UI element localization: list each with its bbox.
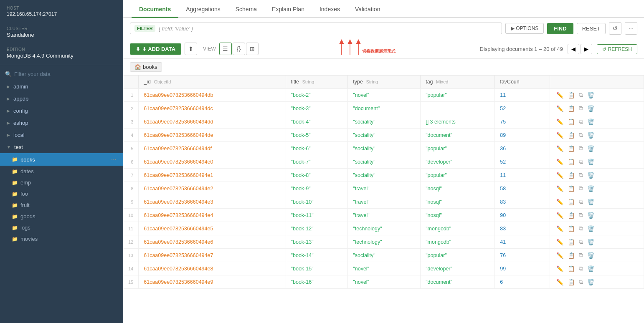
delete-button[interactable]: 🗑️ (586, 172, 596, 179)
row-id[interactable]: 61caa09ee0782536660494df (139, 142, 286, 155)
tab-explain-plan[interactable]: Explain Plan (264, 2, 312, 18)
edit-button[interactable]: ✏️ (555, 252, 565, 259)
more-options-button[interactable]: ··· (625, 22, 637, 35)
copy-button[interactable]: 📋 (566, 131, 576, 139)
find-button[interactable]: FIND (547, 23, 573, 34)
delete-button[interactable]: 🗑️ (586, 158, 596, 166)
edit-button[interactable]: ✏️ (555, 91, 565, 99)
copy-button[interactable]: 📋 (566, 105, 576, 112)
edit-button[interactable]: ✏️ (555, 105, 565, 112)
clone-button[interactable]: ⧉ (578, 158, 584, 166)
edit-button[interactable]: ✏️ (555, 145, 565, 152)
search-input[interactable] (14, 71, 118, 77)
edit-button[interactable]: ✏️ (555, 212, 565, 219)
edit-button[interactable]: ✏️ (555, 225, 565, 232)
delete-button[interactable]: 🗑️ (586, 118, 596, 126)
sidebar-db-appdb[interactable]: ▶ appdb (0, 93, 123, 105)
tab-aggregations[interactable]: Aggregations (178, 2, 228, 18)
row-id[interactable]: 61caa09ee0782536660494e9 (139, 275, 286, 289)
edit-button[interactable]: ✏️ (555, 118, 565, 126)
row-id[interactable]: 61caa09ee0782536660494e5 (139, 222, 286, 235)
row-id[interactable]: 61caa09ee0782536660494e7 (139, 249, 286, 262)
clone-button[interactable]: ⧉ (578, 104, 584, 112)
copy-button[interactable]: 📋 (566, 185, 576, 192)
refresh-button[interactable]: ↺ REFRESH (597, 44, 637, 54)
row-id[interactable]: 61caa09ee0782536660494e2 (139, 182, 286, 195)
edit-button[interactable]: ✏️ (555, 158, 565, 166)
clone-button[interactable]: ⧉ (578, 91, 584, 99)
undo-button[interactable]: ↺ (609, 22, 621, 35)
search-bar[interactable]: 🔍 (0, 68, 123, 81)
clone-button[interactable]: ⧉ (578, 118, 584, 126)
clone-button[interactable]: ⧉ (578, 238, 584, 246)
clone-button[interactable]: ⧉ (578, 144, 584, 152)
sidebar-collection-fruit[interactable]: 📁 fruit (0, 199, 123, 211)
options-button[interactable]: ▶ OPTIONS (505, 23, 544, 34)
edit-button[interactable]: ✏️ (555, 198, 565, 206)
list-view-button[interactable]: ☰ (219, 43, 232, 55)
filter-badge[interactable]: FILTER (134, 25, 155, 32)
edit-button[interactable]: ✏️ (555, 131, 565, 139)
edit-button[interactable]: ✏️ (555, 265, 565, 273)
next-page-button[interactable]: ▶ (581, 44, 592, 54)
sidebar-collection-books[interactable]: 📁 books··· (0, 153, 123, 166)
delete-button[interactable]: 🗑️ (586, 265, 596, 273)
row-id[interactable]: 61caa09ee0782536660494dc (139, 102, 286, 115)
copy-button[interactable]: 📋 (566, 158, 576, 166)
copy-button[interactable]: 📋 (566, 118, 576, 126)
sidebar-db-admin[interactable]: ▶ admin (0, 81, 123, 93)
prev-page-button[interactable]: ◀ (568, 44, 579, 54)
row-id[interactable]: 61caa09ee0782536660494e0 (139, 155, 286, 169)
clone-button[interactable]: ⧉ (578, 171, 584, 179)
clone-button[interactable]: ⧉ (578, 251, 584, 259)
sidebar-collection-emp[interactable]: 📁 emp (0, 177, 123, 188)
delete-button[interactable]: 🗑️ (586, 105, 596, 112)
row-id[interactable]: 61caa09ee0782536660494dd (139, 115, 286, 129)
sidebar-collection-dates[interactable]: 📁 dates (0, 166, 123, 177)
delete-button[interactable]: 🗑️ (586, 185, 596, 192)
export-button[interactable]: ⬆ (185, 43, 197, 55)
copy-button[interactable]: 📋 (566, 252, 576, 259)
sidebar-db-local[interactable]: ▶ local (0, 129, 123, 141)
copy-button[interactable]: 📋 (566, 278, 576, 286)
row-id[interactable]: 61caa09ee0782536660494e6 (139, 235, 286, 249)
delete-button[interactable]: 🗑️ (586, 225, 596, 232)
row-id[interactable]: 61caa09ee0782536660494e3 (139, 195, 286, 209)
clone-button[interactable]: ⧉ (578, 184, 584, 192)
clone-button[interactable]: ⧉ (578, 211, 584, 219)
delete-button[interactable]: 🗑️ (586, 238, 596, 246)
collection-more-btn[interactable]: ··· (111, 156, 117, 163)
edit-button[interactable]: ✏️ (555, 238, 565, 246)
tab-schema[interactable]: Schema (228, 2, 264, 18)
sidebar-collection-foo[interactable]: 📁 foo (0, 188, 123, 199)
delete-button[interactable]: 🗑️ (586, 212, 596, 219)
clone-button[interactable]: ⧉ (578, 131, 584, 139)
json-view-button[interactable]: {} (233, 43, 245, 55)
copy-button[interactable]: 📋 (566, 238, 576, 246)
delete-button[interactable]: 🗑️ (586, 198, 596, 206)
sidebar-db-test[interactable]: ▼ test (0, 141, 123, 153)
add-data-button[interactable]: ⬇ ⬇ ADD DATA (130, 43, 181, 55)
row-id[interactable]: 61caa09ee0782536660494e4 (139, 209, 286, 222)
row-id[interactable]: 61caa09ee0782536660494de (139, 129, 286, 142)
reset-button[interactable]: RESET (577, 23, 606, 34)
sidebar-collection-goods[interactable]: 📁 goods (0, 211, 123, 222)
row-id[interactable]: 61caa09ee0782536660494e8 (139, 262, 286, 275)
edit-button[interactable]: ✏️ (555, 172, 565, 179)
copy-button[interactable]: 📋 (566, 212, 576, 219)
copy-button[interactable]: 📋 (566, 198, 576, 206)
copy-button[interactable]: 📋 (566, 172, 576, 179)
delete-button[interactable]: 🗑️ (586, 252, 596, 259)
copy-button[interactable]: 📋 (566, 225, 576, 232)
clone-button[interactable]: ⧉ (578, 265, 584, 273)
copy-button[interactable]: 📋 (566, 265, 576, 273)
sidebar-collection-logs[interactable]: 📁 logs (0, 222, 123, 233)
delete-button[interactable]: 🗑️ (586, 278, 596, 286)
edit-button[interactable]: ✏️ (555, 185, 565, 192)
clone-button[interactable]: ⧉ (578, 225, 584, 232)
row-id[interactable]: 61caa09ee0782536660494e1 (139, 169, 286, 182)
clone-button[interactable]: ⧉ (578, 278, 584, 286)
delete-button[interactable]: 🗑️ (586, 131, 596, 139)
sidebar-db-config[interactable]: ▶ config (0, 105, 123, 117)
copy-button[interactable]: 📋 (566, 145, 576, 152)
